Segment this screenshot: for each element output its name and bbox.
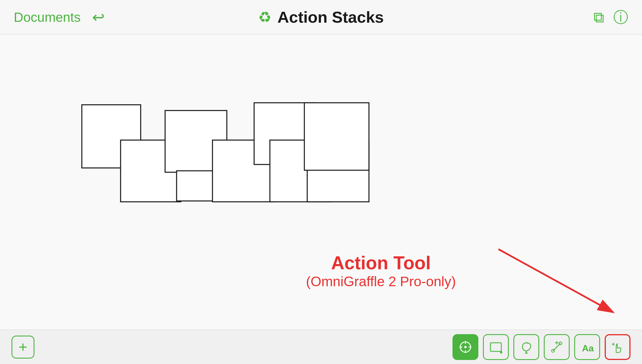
svg-point-16 <box>464 346 467 348</box>
add-button[interactable]: + <box>11 336 34 359</box>
duplicate-button[interactable]: ⧉ <box>593 10 604 25</box>
back-button[interactable]: ↩ <box>92 10 105 25</box>
header-center: ♻ Action Stacks <box>258 8 384 26</box>
page-title: Action Stacks <box>277 8 384 26</box>
select-tool-button[interactable] <box>453 334 478 360</box>
svg-rect-17 <box>490 343 501 351</box>
info-button[interactable]: ⓘ <box>613 10 628 25</box>
toolbar-right: Aa <box>453 334 631 360</box>
canvas-area[interactable]: Action Tool (OmniGraffle 2 Pro-only) <box>0 34 642 330</box>
connect-tool-button[interactable] <box>544 334 570 360</box>
recycle-icon: ♻ <box>258 9 272 26</box>
header-right: ⧉ ⓘ <box>593 10 628 25</box>
svg-text:Aa: Aa <box>582 343 594 353</box>
header-left: Documents ↩ <box>14 9 105 25</box>
documents-button[interactable]: Documents <box>14 9 81 25</box>
action-tool-button[interactable] <box>605 334 631 360</box>
shape-tool-button[interactable] <box>483 334 509 360</box>
diagram-svg <box>0 34 642 330</box>
header-bar: Documents ↩ ♻ Action Stacks ⧉ ⓘ <box>0 0 642 34</box>
freehand-tool-button[interactable] <box>513 334 539 360</box>
toolbar-left: + <box>11 336 34 359</box>
toolbar: + <box>0 330 642 364</box>
text-tool-button[interactable]: Aa <box>574 334 600 360</box>
svg-rect-8 <box>304 103 369 170</box>
